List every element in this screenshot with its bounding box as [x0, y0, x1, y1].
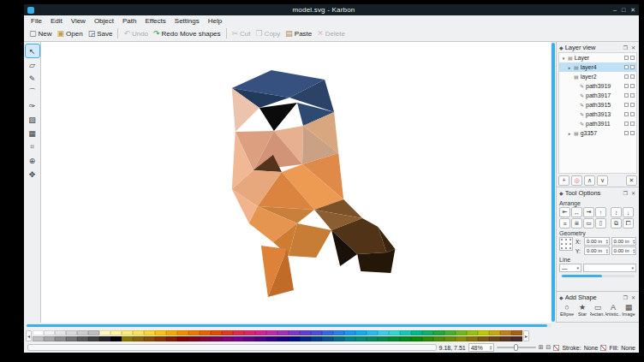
palette-swatch[interactable]: [188, 330, 200, 335]
palette-swatch[interactable]: [233, 330, 244, 335]
save-button[interactable]: ◲Save: [86, 29, 116, 39]
palette-scroll-right-icon[interactable]: ▸: [523, 330, 529, 341]
palette-swatch[interactable]: [433, 336, 444, 341]
align-bottom-button[interactable]: ↓: [623, 207, 634, 217]
palette-swatch[interactable]: [500, 330, 511, 335]
group-button[interactable]: ⧉: [611, 218, 622, 228]
y-field[interactable]: 0.00 in▴▾: [584, 246, 610, 255]
lock-toggle[interactable]: [630, 103, 635, 107]
close-button[interactable]: ✕: [630, 7, 635, 14]
measure-tool[interactable]: ⌗: [26, 140, 39, 153]
zoom-tool[interactable]: ⊕: [26, 154, 39, 167]
palette-swatch[interactable]: [456, 336, 467, 341]
palette-swatch[interactable]: [378, 336, 389, 341]
float-docker-icon[interactable]: ❐: [623, 190, 629, 196]
visibility-toggle[interactable]: [624, 74, 629, 79]
palette-swatch[interactable]: [344, 336, 355, 341]
palette-swatch[interactable]: [300, 330, 311, 335]
visibility-toggle[interactable]: [624, 84, 629, 88]
palette-scroll-left-icon[interactable]: ◂: [26, 330, 32, 341]
visibility-toggle[interactable]: [624, 112, 629, 116]
palette-swatch[interactable]: [422, 330, 433, 335]
fit-width-button[interactable]: ⊟: [546, 344, 552, 351]
paste-button[interactable]: ▤Paste: [283, 29, 314, 39]
layer-row[interactable]: ✎path3917: [559, 91, 636, 100]
expander-icon[interactable]: ▸: [567, 65, 572, 70]
layer-row[interactable]: ▸▤layer4: [559, 62, 636, 72]
horizontal-scrollbar-thumb[interactable]: [27, 324, 547, 327]
palette-swatch[interactable]: [367, 336, 378, 341]
palette-swatch[interactable]: [255, 336, 266, 341]
line-width-select[interactable]: ▾: [583, 264, 636, 272]
send-back-button[interactable]: ▯: [595, 218, 606, 228]
height-field[interactable]: 0.00 in▴▾: [611, 246, 637, 255]
artistic-text-shape[interactable]: AArtistic...: [605, 303, 621, 317]
palette-swatch[interactable]: [55, 336, 66, 341]
palette-swatch[interactable]: [188, 336, 200, 341]
palette-swatch[interactable]: [489, 330, 500, 335]
palette-swatch[interactable]: [122, 330, 133, 335]
palette-swatch[interactable]: [444, 330, 456, 335]
palette-swatch[interactable]: [478, 330, 489, 335]
menu-item-effects[interactable]: Effects: [140, 17, 170, 25]
minimize-button[interactable]: –: [613, 7, 617, 14]
menu-item-path[interactable]: Path: [118, 17, 140, 25]
palette-swatch[interactable]: [478, 336, 489, 341]
palette-swatch[interactable]: [222, 330, 233, 335]
lock-toggle[interactable]: [630, 93, 635, 98]
align-right-button[interactable]: ⇥: [583, 207, 594, 217]
palette-swatch[interactable]: [367, 330, 378, 335]
palette-swatch[interactable]: [233, 336, 244, 341]
palette-swatch[interactable]: [511, 336, 522, 341]
canvas[interactable]: [41, 42, 551, 323]
palette-swatch[interactable]: [444, 336, 456, 341]
close-docker-icon[interactable]: ✕: [630, 45, 636, 50]
menu-item-edit[interactable]: Edit: [46, 17, 67, 25]
lower-layer-button[interactable]: ∨: [597, 175, 608, 186]
palette-swatch[interactable]: [88, 330, 99, 335]
visibility-toggle[interactable]: [624, 122, 629, 126]
layer-row[interactable]: ✎path3911: [559, 119, 636, 128]
palette-swatch[interactable]: [289, 330, 300, 335]
menu-item-help[interactable]: Help: [204, 17, 226, 25]
layer-row[interactable]: ✎path3919: [559, 81, 636, 91]
palette-swatch[interactable]: [300, 336, 311, 341]
palette-swatch[interactable]: [489, 336, 500, 341]
palette-swatch[interactable]: [277, 336, 289, 341]
palette-swatch[interactable]: [511, 330, 522, 335]
pencil-tool[interactable]: ✎: [26, 72, 39, 85]
gradient-tool[interactable]: ▨: [26, 113, 39, 126]
expander-icon[interactable]: ▸: [567, 131, 572, 136]
visibility-toggle[interactable]: [624, 131, 629, 135]
palette-swatch[interactable]: [456, 330, 467, 335]
position-anchor-selector[interactable]: [559, 237, 573, 251]
ungroup-button[interactable]: ⧠: [623, 218, 634, 228]
lock-toggle[interactable]: [630, 74, 635, 79]
lock-toggle[interactable]: [630, 56, 635, 60]
layer-row[interactable]: ▤layer2: [559, 72, 636, 81]
palette-swatch[interactable]: [244, 330, 255, 335]
palette-swatch[interactable]: [400, 336, 411, 341]
layer-row[interactable]: ▸▤g3357: [559, 128, 636, 138]
palette-swatch[interactable]: [389, 336, 400, 341]
palette-swatch[interactable]: [44, 336, 55, 341]
palette-swatch[interactable]: [144, 336, 155, 341]
palette-swatch[interactable]: [66, 336, 77, 341]
palette-swatch[interactable]: [166, 336, 177, 341]
menu-item-file[interactable]: File: [27, 17, 46, 25]
palette-swatch[interactable]: [333, 330, 344, 335]
float-docker-icon[interactable]: ❐: [623, 294, 629, 300]
expander-icon[interactable]: ▾: [561, 56, 566, 61]
visibility-toggle[interactable]: [624, 103, 629, 107]
align-left-button[interactable]: ⇤: [559, 207, 570, 217]
bezier-tool[interactable]: ⌒: [26, 86, 39, 98]
palette-swatch[interactable]: [122, 336, 133, 341]
lock-toggle[interactable]: [630, 65, 635, 69]
palette-swatch[interactable]: [355, 336, 367, 341]
ellipse-shape[interactable]: ○Ellipse: [559, 303, 575, 317]
palette-swatch[interactable]: [144, 330, 155, 335]
palette-swatch[interactable]: [400, 330, 411, 335]
palette-swatch[interactable]: [155, 330, 166, 335]
visibility-toggle[interactable]: [624, 93, 629, 98]
width-field[interactable]: 0.00 in▴▾: [611, 237, 637, 246]
